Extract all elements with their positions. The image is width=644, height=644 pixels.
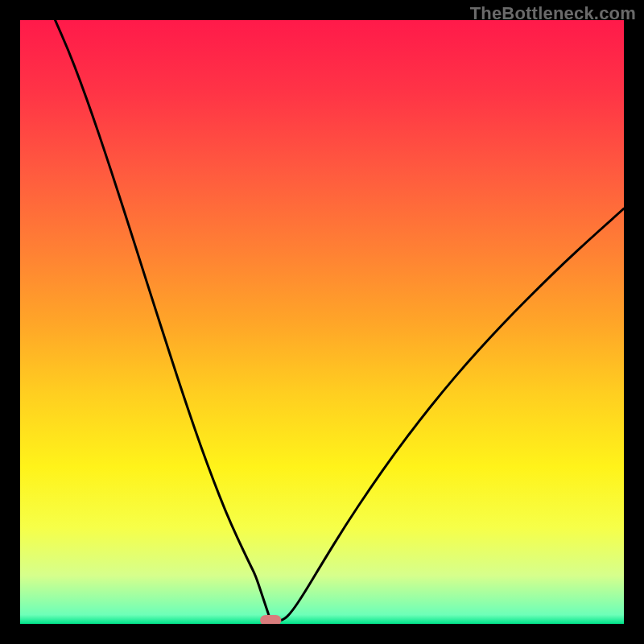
optimum-marker: [260, 615, 281, 624]
chart-svg: [20, 20, 624, 624]
gradient-background: [20, 20, 624, 624]
chart-frame: TheBottleneck.com: [0, 0, 644, 644]
chart-plot-area: [20, 20, 624, 624]
